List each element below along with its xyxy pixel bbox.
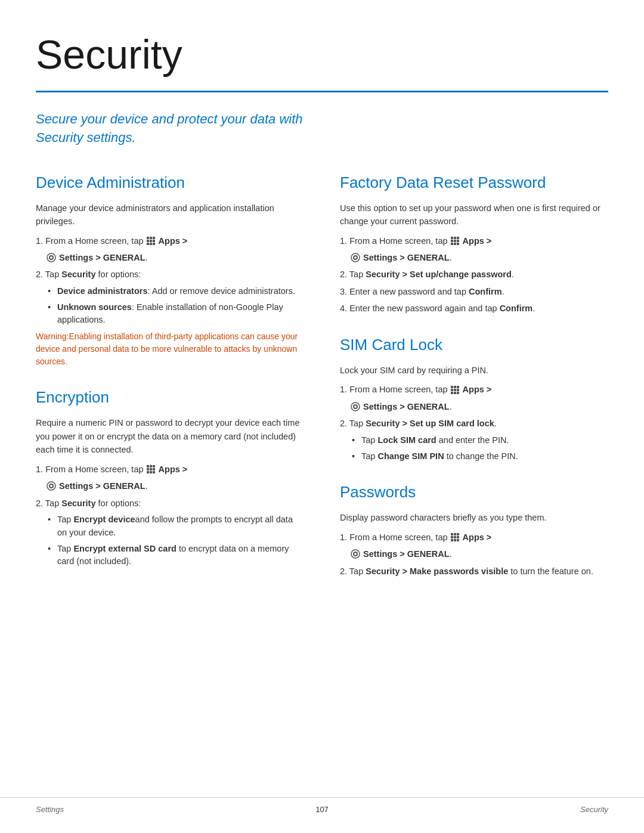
footer-left: Settings	[36, 804, 64, 816]
device-admin-security-label: Security	[61, 270, 95, 279]
svg-rect-15	[150, 468, 152, 470]
svg-rect-36	[451, 389, 453, 391]
svg-rect-51	[454, 539, 456, 541]
svg-rect-46	[457, 533, 459, 535]
encryption-step2: 2. Tap Security for options:	[36, 497, 304, 510]
svg-rect-28	[451, 243, 453, 245]
device-admin-step1c: Settings > GENERAL.	[47, 251, 304, 264]
passwords-title: Passwords	[340, 481, 608, 504]
sim-step1c: Settings > GENERAL.	[351, 400, 608, 413]
svg-rect-13	[153, 465, 155, 467]
settings-icon-5	[351, 549, 360, 559]
device-admin-bullets: Device administrators: Add or remove dev…	[48, 285, 304, 327]
svg-point-53	[354, 552, 357, 556]
left-column: Device Administration Manage your device…	[36, 171, 304, 582]
sim-step1: 1. From a Home screen, tap Apps >	[340, 383, 608, 396]
sim-card-title: SIM Card Lock	[340, 333, 608, 357]
svg-rect-5	[153, 240, 155, 242]
bullet-encrypt-device: Tap Encrypt deviceand follow the prompts…	[48, 513, 304, 540]
svg-point-42	[354, 405, 357, 408]
page-title: Security	[36, 24, 608, 92]
svg-rect-19	[153, 471, 155, 473]
apps-icon	[146, 236, 156, 246]
device-admin-step1: 1. From a Home screen, tap	[36, 234, 304, 247]
passwords-step1: 1. From a Home screen, tap Apps >	[340, 531, 608, 544]
svg-rect-23	[454, 237, 456, 239]
svg-rect-49	[457, 536, 459, 538]
bullet-unknown-sources: Unknown sources: Enable installation of …	[48, 301, 304, 327]
svg-rect-7	[150, 243, 152, 245]
footer-page-number: 107	[315, 804, 329, 816]
device-admin-step2: 2. Tap Security for options:	[36, 268, 304, 281]
svg-rect-11	[147, 465, 149, 467]
bullet-change-sim-pin: Tap Change SIM PIN to change the PIN.	[352, 450, 608, 463]
warning-text: Warning:Enabling installation of third-p…	[36, 330, 304, 368]
svg-rect-25	[451, 240, 453, 242]
svg-rect-16	[153, 468, 155, 470]
factory-step4: 4. Enter the new password again and tap …	[340, 302, 608, 315]
svg-rect-33	[451, 386, 453, 388]
encryption-bullets: Tap Encrypt deviceand follow the prompts…	[48, 513, 304, 568]
svg-rect-8	[153, 243, 155, 245]
svg-rect-30	[457, 243, 459, 245]
factory-step1c: Settings > GENERAL.	[351, 251, 608, 264]
svg-rect-39	[451, 392, 453, 394]
svg-rect-41	[457, 392, 459, 394]
svg-rect-38	[457, 389, 459, 391]
svg-rect-50	[451, 539, 453, 541]
svg-point-9	[49, 256, 53, 259]
svg-rect-12	[150, 465, 152, 467]
svg-point-31	[354, 256, 357, 259]
svg-rect-14	[147, 468, 149, 470]
encryption-title: Encryption	[36, 386, 304, 409]
svg-rect-44	[451, 533, 453, 535]
svg-point-21	[47, 482, 55, 490]
passwords-body: Display password characters briefly as y…	[340, 511, 608, 524]
footer: Settings 107 Security	[0, 797, 644, 816]
svg-point-43	[351, 402, 360, 411]
intro-text: Secure your device and protect your data…	[36, 110, 322, 147]
svg-rect-4	[150, 240, 152, 242]
svg-rect-0	[147, 237, 149, 239]
encryption-step1: 1. From a Home screen, tap Apps >	[36, 463, 304, 476]
svg-rect-52	[457, 539, 459, 541]
sim-bullets: Tap Lock SIM card and enter the PIN. Tap…	[352, 434, 608, 463]
right-column: Factory Data Reset Password Use this opt…	[340, 171, 608, 582]
device-admin-settings-general: Settings > GENERAL	[59, 253, 145, 262]
footer-right: Security	[580, 804, 608, 816]
factory-step1: 1. From a Home screen, tap Apps >	[340, 234, 608, 247]
svg-rect-37	[454, 389, 456, 391]
settings-icon-4	[351, 402, 360, 411]
svg-rect-26	[454, 240, 456, 242]
passwords-step2: 2. Tap Security > Make passwords visible…	[340, 565, 608, 578]
passwords-step1c: Settings > GENERAL.	[351, 547, 608, 561]
svg-rect-45	[454, 533, 456, 535]
svg-rect-47	[451, 536, 453, 538]
settings-icon-2	[47, 481, 56, 491]
svg-point-54	[351, 550, 360, 558]
bullet-encrypt-sd: Tap Encrypt external SD card to encrypt …	[48, 543, 304, 569]
bullet-lock-sim: Tap Lock SIM card and enter the PIN.	[352, 434, 608, 447]
svg-point-10	[47, 253, 55, 262]
sim-step2: 2. Tap Security > Set up SIM card lock.	[340, 417, 608, 430]
svg-rect-2	[153, 237, 155, 239]
svg-rect-6	[147, 243, 149, 245]
encryption-step1c: Settings > GENERAL.	[47, 479, 304, 493]
factory-reset-title: Factory Data Reset Password	[340, 171, 608, 194]
svg-rect-24	[457, 237, 459, 239]
apps-icon-2	[146, 465, 156, 474]
svg-rect-17	[147, 471, 149, 473]
two-column-layout: Device Administration Manage your device…	[36, 171, 608, 582]
svg-rect-34	[454, 386, 456, 388]
svg-rect-22	[451, 237, 453, 239]
settings-icon-3	[351, 253, 360, 262]
device-admin-body: Manage your device administrators and ap…	[36, 202, 304, 228]
factory-reset-body: Use this option to set up your password …	[340, 202, 608, 228]
apps-icon-5	[450, 532, 460, 542]
svg-rect-18	[150, 471, 152, 473]
sim-card-body: Lock your SIM card by requiring a PIN.	[340, 364, 608, 377]
svg-rect-40	[454, 392, 456, 394]
encryption-body: Require a numeric PIN or password to dec…	[36, 416, 304, 456]
factory-step3: 3. Enter a new password and tap Confirm.	[340, 285, 608, 298]
device-admin-apps-label: Apps >	[159, 236, 188, 246]
